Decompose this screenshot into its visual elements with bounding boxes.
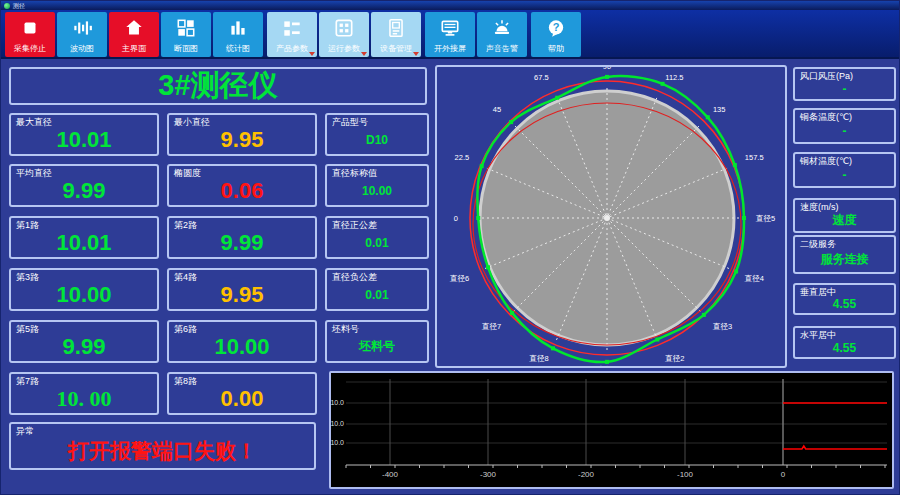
toolbar-button-6[interactable]: 产品参数 bbox=[267, 12, 317, 57]
barchart-icon bbox=[227, 17, 249, 39]
main-title-panel: 3#测径仪 bbox=[9, 67, 427, 105]
external-screen-icon bbox=[439, 17, 461, 39]
toolbar-button-4[interactable]: 断面图 bbox=[161, 12, 211, 57]
status-value: 4.55 bbox=[795, 338, 894, 357]
metric-box-r2c3: 直径标称值10.00 bbox=[325, 164, 429, 207]
polar-chart-panel: 0直径522.5直径445直径367.5直径290直径1112.5直径8135直… bbox=[435, 65, 787, 368]
device-manage-icon bbox=[385, 17, 407, 39]
profile-point-marker bbox=[551, 346, 555, 350]
status-box-7: 水平居中4.55 bbox=[793, 326, 896, 359]
metric-box-r4c2: 第4路9.95 bbox=[167, 268, 317, 311]
toolbar-button-label: 产品参数 bbox=[276, 43, 308, 54]
exception-message: 打开报警端口失败！ bbox=[11, 434, 314, 468]
y-axis-tick-label: 10.0 bbox=[331, 439, 344, 446]
metric-box-r4c1: 第3路10.00 bbox=[9, 268, 159, 311]
profile-point-marker bbox=[476, 216, 480, 220]
metric-value: 10.00 bbox=[169, 332, 315, 361]
profile-point-marker bbox=[706, 115, 710, 119]
status-value[interactable]: 服务连接 bbox=[795, 247, 894, 272]
x-axis-tick-label: -400 bbox=[382, 470, 399, 479]
metric-value: 0.01 bbox=[327, 280, 427, 309]
profile-point-marker bbox=[480, 164, 484, 168]
run-params-icon bbox=[333, 17, 355, 39]
y-axis-tick-label: 10.0 bbox=[331, 420, 344, 427]
toolbar-button-7[interactable]: 运行参数 bbox=[319, 12, 369, 57]
waveform-icon bbox=[71, 17, 93, 39]
profile-point-marker bbox=[734, 269, 738, 273]
status-value: 4.55 bbox=[795, 295, 894, 313]
angle-tick-label: 67.5 bbox=[534, 73, 549, 82]
status-box-1: 风口风压(Pa)- bbox=[793, 67, 896, 101]
angle-tick-label: 45 bbox=[493, 105, 501, 114]
metric-value: 0.00 bbox=[169, 384, 315, 413]
metric-box-r6c1: 第7路10. 00 bbox=[9, 372, 159, 415]
toolbar-button-label: 声音告警 bbox=[486, 43, 518, 54]
exception-box: 异常 打开报警端口失败！ bbox=[9, 422, 316, 470]
status-value[interactable]: 速度 bbox=[795, 210, 894, 231]
status-value: - bbox=[795, 79, 894, 99]
toolbar-button-11[interactable]: ?帮助 bbox=[531, 12, 581, 57]
angle-tick-label: 135 bbox=[713, 105, 726, 114]
profile-point-marker bbox=[510, 311, 514, 315]
toolbar-button-1[interactable]: 采集停止 bbox=[5, 12, 55, 57]
profile-point-marker bbox=[486, 265, 490, 269]
metric-box-r6c2: 第8路0.00 bbox=[167, 372, 317, 415]
profile-point-marker bbox=[702, 313, 706, 317]
metric-value: 10.00 bbox=[327, 176, 427, 205]
status-box-3: 铜材温度(℃)- bbox=[793, 152, 896, 188]
status-box-4: 速度(m/s)速度 bbox=[793, 198, 896, 233]
profile-point-marker bbox=[742, 216, 746, 220]
toolbar-button-3[interactable]: 主界面 bbox=[109, 12, 159, 57]
angle-tick-label: 157.5 bbox=[745, 153, 764, 162]
status-value: - bbox=[795, 164, 894, 186]
toolbar-button-label: 设备管理 bbox=[380, 43, 412, 54]
metric-box-r1c1: 最大直径10.01 bbox=[9, 113, 159, 156]
angle-tick-label: 112.5 bbox=[665, 73, 683, 82]
status-value: - bbox=[795, 120, 894, 142]
x-axis-tick-label: -200 bbox=[578, 470, 595, 479]
trend-chart: 10.010.010.0-400-300-200-1000 bbox=[331, 373, 892, 487]
metric-value: 9.99 bbox=[11, 332, 157, 361]
toolbar-button-label: 帮助 bbox=[548, 43, 564, 54]
alarm-icon bbox=[491, 17, 513, 39]
dropdown-arrow-icon bbox=[361, 52, 367, 56]
app-icon bbox=[4, 3, 10, 9]
dropdown-arrow-icon bbox=[309, 52, 315, 56]
diameter-name-label: 直径2 bbox=[664, 354, 684, 363]
toolbar-button-label: 断面图 bbox=[174, 43, 198, 54]
trend-chart-panel: 10.010.010.0-400-300-200-1000 bbox=[329, 371, 894, 489]
x-axis-tick-label: -100 bbox=[677, 470, 694, 479]
metric-box-r1c2: 最小直径9.95 bbox=[167, 113, 317, 156]
diameter-name-label: 直径8 bbox=[529, 354, 549, 363]
profile-point-marker bbox=[733, 163, 737, 167]
diameter-name-label: 直径6 bbox=[449, 274, 469, 283]
toolbar-button-9[interactable]: 开外接屏 bbox=[425, 12, 475, 57]
product-params-icon bbox=[281, 17, 303, 39]
metric-value: 10.01 bbox=[11, 228, 157, 257]
toolbar-button-8[interactable]: 设备管理 bbox=[371, 12, 421, 57]
angle-tick-label: 90 bbox=[603, 67, 611, 71]
help-icon: ? bbox=[545, 17, 567, 39]
diameter-name-label: 直径4 bbox=[744, 274, 764, 283]
metric-box-r5c3: 坯料号坯料号 bbox=[325, 320, 429, 363]
diameter-name-label: 直径7 bbox=[481, 322, 501, 331]
angle-tick-label: 22.5 bbox=[455, 153, 470, 162]
window-title: 测径 bbox=[13, 3, 25, 9]
polar-profile-chart: 0直径522.5直径445直径367.5直径290直径1112.5直径8135直… bbox=[437, 67, 785, 366]
diameter-name-label: 直径1 bbox=[596, 365, 616, 366]
metric-value: 10. 00 bbox=[11, 384, 157, 413]
toolbar-button-label: 主界面 bbox=[122, 43, 146, 54]
metric-value: 0.01 bbox=[327, 228, 427, 257]
profile-point-marker bbox=[555, 96, 559, 100]
metric-value: D10 bbox=[327, 125, 427, 154]
status-box-6: 垂直居中4.55 bbox=[793, 283, 896, 315]
sections-icon bbox=[175, 17, 197, 39]
metric-box-r2c1: 平均直径9.99 bbox=[9, 164, 159, 207]
toolbar-button-2[interactable]: 波动图 bbox=[57, 12, 107, 57]
toolbar-button-label: 运行参数 bbox=[328, 43, 360, 54]
toolbar-button-5[interactable]: 统计图 bbox=[213, 12, 263, 57]
metric-value: 9.95 bbox=[169, 280, 315, 309]
toolbar-button-10[interactable]: 声音告警 bbox=[477, 12, 527, 57]
application-window: 测径 采集停止波动图主界面断面图统计图产品参数运行参数设备管理开外接屏声音告警?… bbox=[0, 0, 900, 495]
x-axis-tick-label: -300 bbox=[480, 470, 497, 479]
